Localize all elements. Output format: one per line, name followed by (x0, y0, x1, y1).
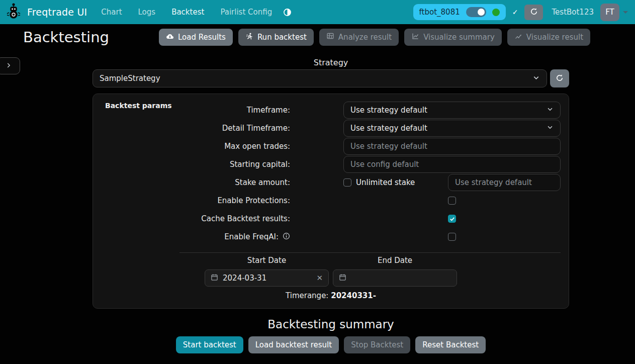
nav-link-logs[interactable]: Logs (138, 8, 156, 17)
timerange-text: Timerange: 20240331- (101, 291, 561, 300)
chart-line-icon (411, 32, 419, 42)
table-icon (326, 32, 334, 42)
enable-protections-row: Enable Protections: (101, 192, 561, 210)
bot-selector: ftbot_8081 (413, 4, 506, 20)
visualize-summary-label: Visualize summary (423, 33, 495, 42)
nav-link-chart[interactable]: Chart (101, 8, 122, 17)
start-backtest-label: Start backtest (183, 340, 236, 349)
toggle-knob (478, 9, 485, 16)
end-date-input[interactable] (333, 269, 457, 287)
summary-title: Backtesting summary (93, 318, 569, 331)
max-open-trades-input[interactable] (343, 138, 561, 155)
stake-amount-label: Stake amount: (101, 178, 343, 187)
strategy-selected-value: SampleStrategy (100, 74, 532, 83)
detail-timeframe-row: Detail Timeframe: Use strategy default (101, 119, 561, 137)
avatar: FT (600, 4, 619, 21)
global-refresh-button[interactable] (524, 5, 543, 20)
strategy-row: SampleStrategy (93, 69, 569, 87)
username-label: TestBot123 (552, 8, 594, 17)
visualize-result-button[interactable]: Visualize result (507, 29, 590, 46)
navbar-right: ftbot_8081 ✓ TestBot123 FT (413, 4, 628, 21)
unlimited-stake-label: Unlimited stake (356, 178, 415, 187)
analyze-result-label: Analyze result (338, 33, 392, 42)
enable-protections-label: Enable Protections: (101, 196, 343, 205)
run-backtest-button[interactable]: Run backtest (238, 29, 314, 46)
timerange-value: 20240331- (331, 291, 376, 300)
load-backtest-result-label: Load backtest result (255, 340, 332, 349)
load-backtest-result-button[interactable]: Load backtest result (248, 336, 339, 353)
backtest-params-card: Backtest params Timeframe: Use strategy … (93, 94, 569, 309)
nav-link-backtest[interactable]: Backtest (171, 8, 204, 17)
analyze-result-button[interactable]: Analyze result (319, 29, 399, 46)
start-date-input[interactable]: 2024-03-31 ✕ (205, 269, 329, 287)
chevron-right-icon (5, 61, 12, 71)
bot-online-status-dot (492, 9, 500, 16)
dates-section: Start Date 2024-03-31 ✕ End Date (101, 256, 561, 287)
graph-scatter-icon (514, 32, 522, 42)
nav-link-pairlist-config[interactable]: Pairlist Config (220, 8, 272, 17)
chevron-down-icon (623, 11, 628, 14)
info-icon[interactable] (283, 232, 290, 242)
header-buttons: Load Results Run backtest (159, 29, 590, 46)
start-backtest-button[interactable]: Start backtest (176, 336, 243, 353)
max-open-trades-label: Max open trades: (101, 142, 343, 151)
top-navbar: Freqtrade UI Chart Logs Backtest Pairlis… (0, 0, 635, 24)
start-date-label: Start Date (205, 256, 329, 265)
detail-timeframe-select[interactable]: Use strategy default (343, 120, 561, 137)
theme-toggle-icon[interactable] (283, 8, 292, 17)
chevron-down-icon (532, 74, 540, 83)
person-running-icon (245, 32, 253, 42)
enable-freqai-label: Enable FreqAI: (224, 232, 279, 241)
bot-toggle-switch[interactable] (466, 7, 486, 17)
cloud-download-icon (166, 32, 174, 42)
brand[interactable]: Freqtrade UI (5, 3, 87, 22)
check-icon: ✓ (512, 8, 518, 16)
chevron-down-icon (547, 106, 554, 115)
clear-date-icon[interactable]: ✕ (316, 274, 323, 283)
visualize-summary-button[interactable]: Visualize summary (404, 29, 502, 46)
starting-capital-input[interactable] (343, 156, 561, 173)
bot-name: ftbot_8081 (419, 8, 460, 17)
calendar-icon (211, 274, 218, 283)
timeframe-selected-value: Use strategy default (350, 106, 547, 115)
cache-results-label: Cache Backtest results: (101, 214, 343, 223)
stop-backtest-label: Stop Backtest (351, 340, 403, 349)
load-results-button[interactable]: Load Results (159, 29, 233, 46)
brand-title: Freqtrade UI (27, 7, 87, 18)
timerange-label: Timerange: (286, 291, 328, 300)
max-open-trades-row: Max open trades: (101, 137, 561, 155)
strategy-refresh-button[interactable] (550, 69, 569, 87)
detail-timeframe-label: Detail Timeframe: (101, 124, 343, 133)
params-card-title: Backtest params (105, 102, 172, 110)
run-backtest-label: Run backtest (257, 33, 307, 42)
refresh-icon (556, 74, 564, 83)
calendar-icon (339, 274, 346, 283)
cache-results-checkbox[interactable] (448, 215, 456, 223)
user-menu-dropdown[interactable]: FT (600, 4, 628, 21)
enable-freqai-row: Enable FreqAI: (101, 228, 561, 246)
reset-backtest-label: Reset Backtest (422, 340, 479, 349)
backtesting-page: Freqtrade UI Chart Logs Backtest Pairlis… (0, 0, 635, 364)
sidebar-expand-button[interactable] (0, 57, 20, 74)
starting-capital-label: Starting capital: (101, 160, 343, 169)
unlimited-stake-checkbox[interactable] (343, 178, 351, 187)
detail-timeframe-selected-value: Use strategy default (350, 124, 547, 133)
end-date-label: End Date (333, 256, 457, 265)
enable-protections-checkbox[interactable] (448, 197, 456, 205)
page-title: Backtesting (23, 29, 109, 46)
start-date-value: 2024-03-31 (223, 274, 266, 283)
main-content: Strategy SampleStrategy Backtest params (93, 58, 569, 353)
strategy-select[interactable]: SampleStrategy (93, 69, 547, 87)
cache-results-row: Cache Backtest results: (101, 210, 561, 228)
stop-backtest-button[interactable]: Stop Backtest (344, 336, 410, 353)
freqtrade-robot-logo-icon (5, 3, 22, 22)
refresh-icon (530, 8, 538, 17)
page-header: Backtesting Load Results (0, 24, 635, 46)
stake-amount-input[interactable] (448, 174, 561, 191)
nav-links: Chart Logs Backtest Pairlist Config (101, 8, 272, 17)
enable-freqai-checkbox[interactable] (448, 233, 456, 241)
divider (179, 252, 561, 253)
stake-amount-row: Stake amount: Unlimited stake (101, 173, 561, 192)
reset-backtest-button[interactable]: Reset Backtest (415, 336, 486, 353)
timeframe-select[interactable]: Use strategy default (343, 102, 561, 119)
